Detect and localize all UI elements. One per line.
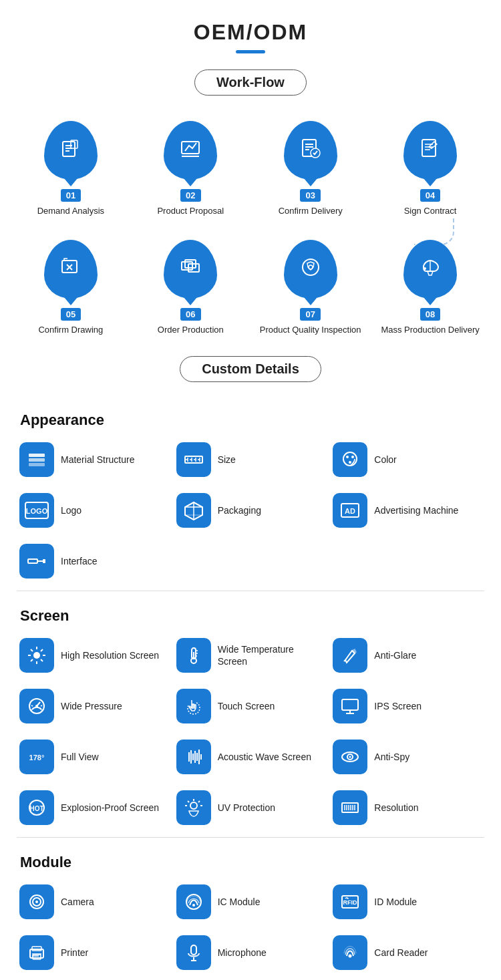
bubble-04 [403,121,457,180]
item-touch-screen: Touch Screen [174,683,328,729]
icon-touch-screen [176,689,211,723]
svg-line-97 [198,801,200,802]
svg-line-58 [31,649,33,651]
custom-badge: Custom Details [180,356,321,382]
icon-08 [418,255,442,284]
svg-point-40 [351,456,354,458]
workflow-step-03: 03 Confirm Delivery [260,121,361,217]
category-screen: Screen [20,607,488,625]
item-full-view: 178° Full View [17,734,171,780]
icon-wide-pressure [19,689,54,723]
label-packaging: Packaging [218,504,261,516]
step-num-01: 01 [61,189,81,202]
screen-grid: High Resolution Screen Wide Temperature … [13,633,488,830]
label-ic-module: IC Module [218,896,261,908]
icon-01 [59,136,83,165]
label-interface: Interface [61,555,97,567]
item-wide-temperature: Wide Temperature Screen [174,633,328,678]
icon-06 [178,255,202,284]
item-anti-glare: Anti-Glare [330,633,484,678]
item-packaging: Packaging [174,488,328,533]
label-resolution: Resolution [374,802,418,814]
step-num-04: 04 [420,189,440,202]
module-grid: Camera IC Module [13,879,488,980]
item-ic-module: IC Module [174,879,328,925]
item-size: Size [174,437,328,482]
workflow-step-07: 07 Product Quality Inspection [260,240,361,336]
workflow-step-04: 04 Sign Contract [379,121,481,217]
item-acoustic-wave: Acoustic Wave Screen [174,734,328,780]
icon-07 [299,255,323,284]
custom-section: Custom Details Appearance Material Struc… [13,356,488,980]
item-card-reader: Card Reader [330,930,484,975]
item-ips-screen: IPS Screen [330,683,484,729]
svg-point-23 [309,265,313,269]
step-label-01: Demand Analysis [37,205,104,217]
step-label-02: Product Proposal [157,205,224,217]
svg-rect-26 [29,454,45,457]
item-anti-spy: Anti-Spy [330,734,484,780]
icon-anti-glare [333,638,367,673]
icon-explosion-proof: HOT [19,790,54,825]
svg-point-108 [35,901,38,903]
item-printer: Printer [17,930,171,975]
title-underline [13,50,488,53]
step-label-04: Sign Contract [404,205,457,217]
workflow-section: Work-Flow 01 [13,69,488,336]
icon-ic-module [176,884,211,919]
svg-rect-50 [28,559,37,563]
step-label-08: Mass Production Delivery [381,324,479,336]
label-ips-screen: IPS Screen [374,700,422,712]
svg-point-71 [35,705,38,707]
icon-camera [19,884,54,919]
item-explosion-proof: HOT Explosion-Proof Screen [17,785,171,830]
step-num-07: 07 [300,308,320,321]
icon-full-view: 178° [19,740,54,774]
label-full-view: Full View [61,751,99,763]
item-logo: LOGO Logo [17,488,171,533]
svg-point-110 [192,904,195,907]
item-advertising: AD Advertising Machine [330,488,484,533]
bubble-01 [44,121,98,180]
label-microphone: Microphone [218,947,267,959]
svg-text:HOT: HOT [29,805,43,812]
icon-ips-screen [333,689,367,723]
label-anti-glare: Anti-Glare [374,649,416,661]
label-anti-spy: Anti-Spy [374,751,409,763]
icon-resolution [333,790,367,825]
icon-high-resolution [19,638,54,673]
label-explosion-proof: Explosion-Proof Screen [61,802,159,814]
label-color: Color [374,454,396,466]
item-interface: Interface [17,538,171,584]
step-num-02: 02 [180,189,200,202]
label-wide-temperature: Wide Temperature Screen [218,643,325,667]
workflow-row-1: 01 Demand Analysis 02 Product Proposal [13,121,488,217]
icon-logo: LOGO [19,493,54,528]
label-logo: Logo [61,504,81,516]
svg-point-90 [349,756,351,758]
svg-rect-28 [29,463,45,466]
svg-point-121 [349,955,352,958]
svg-line-61 [31,659,33,661]
category-module: Module [20,854,488,871]
icon-printer [19,935,54,970]
step-label-07: Product Quality Inspection [260,324,361,336]
bubble-02 [164,121,217,180]
label-camera: Camera [61,896,94,908]
bubble-08 [403,240,457,299]
step-num-05: 05 [61,308,81,321]
svg-line-95 [188,801,189,802]
icon-advertising: AD [333,493,367,528]
svg-line-59 [41,659,43,661]
workflow-step-01: 01 Demand Analysis [20,121,122,217]
svg-line-68 [344,660,345,661]
svg-point-53 [33,652,40,659]
svg-rect-118 [191,945,196,955]
divider-screen [17,837,484,838]
svg-line-60 [41,649,43,651]
svg-text:LOGO: LOGO [26,507,48,515]
icon-microphone [176,935,211,970]
workflow-step-02: 02 Product Proposal [140,121,241,217]
svg-rect-52 [43,559,45,563]
step-label-05: Confirm Drawing [38,324,103,336]
